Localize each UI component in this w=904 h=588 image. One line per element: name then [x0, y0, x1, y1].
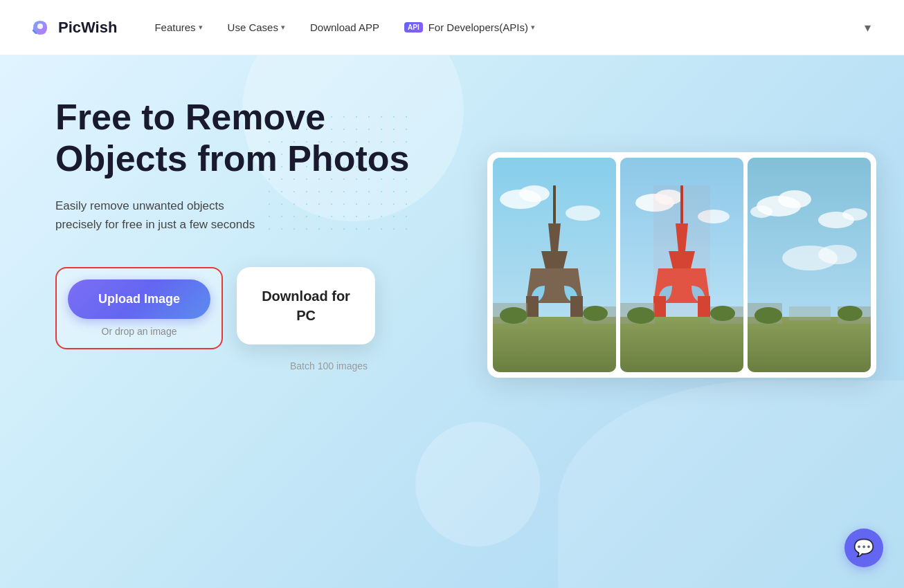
navbar: PicWish Features ▾ Use Cases ▾ Download …: [0, 0, 904, 55]
developers-chevron-icon: ▾: [531, 23, 535, 32]
hero-subtitle: Easily remove unwanted objectsprecisely …: [55, 196, 443, 234]
svg-rect-9: [570, 296, 583, 317]
use-cases-chevron-icon: ▾: [281, 23, 285, 32]
download-app-label: Download APP: [310, 21, 379, 33]
svg-rect-26: [620, 317, 743, 372]
tower-panel-1: [493, 158, 616, 372]
svg-marker-6: [541, 251, 568, 268]
svg-point-13: [500, 307, 527, 324]
api-badge: API: [404, 22, 423, 33]
hero-section: Free to Remove Objects from Photos Easil…: [0, 55, 904, 588]
download-card: Download forPC: [237, 267, 375, 344]
drop-text: Or drop an image: [102, 326, 177, 337]
svg-rect-10: [493, 317, 616, 372]
svg-rect-4: [553, 185, 556, 223]
hero-title: Free to Remove Objects from Photos: [55, 97, 443, 180]
deco-circle-2: [415, 422, 540, 546]
svg-point-33: [778, 190, 811, 208]
batch-text: Batch 100 images: [215, 360, 443, 371]
hero-right-images: [487, 152, 876, 378]
developers-label: For Developers(APIs): [428, 21, 528, 33]
nav-item-features[interactable]: Features ▾: [145, 16, 212, 39]
svg-rect-8: [526, 296, 539, 317]
upload-box: Upload Image Or drop an image: [55, 267, 223, 349]
features-label: Features: [154, 21, 195, 33]
features-chevron-icon: ▾: [199, 23, 203, 32]
svg-point-2: [519, 185, 550, 202]
svg-point-34: [750, 205, 772, 218]
svg-point-30: [710, 306, 735, 321]
cta-row: Upload Image Or drop an image Download f…: [55, 267, 443, 349]
tower-panel-2: [620, 158, 743, 372]
tower-panel-3: [748, 158, 871, 372]
nav-more-button[interactable]: ▾: [859, 15, 876, 41]
nav-item-use-cases[interactable]: Use Cases ▾: [218, 16, 295, 39]
svg-point-29: [627, 307, 655, 324]
svg-point-43: [838, 306, 862, 321]
image-panel-container: [487, 152, 876, 378]
svg-rect-39: [748, 317, 871, 372]
svg-point-42: [754, 307, 782, 324]
download-card-title: Download forPC: [262, 286, 350, 325]
chat-bubble-button[interactable]: 💬: [844, 529, 883, 567]
upload-image-button[interactable]: Upload Image: [68, 279, 210, 319]
svg-point-36: [842, 208, 867, 221]
nav-right: ▾: [859, 15, 876, 41]
use-cases-label: Use Cases: [228, 21, 278, 33]
svg-point-14: [583, 306, 608, 321]
logo[interactable]: PicWish: [28, 15, 117, 40]
nav-item-download-app[interactable]: Download APP: [300, 16, 389, 39]
chat-icon: 💬: [853, 538, 874, 558]
svg-point-3: [566, 205, 600, 221]
svg-point-38: [818, 245, 857, 264]
nav-items: Features ▾ Use Cases ▾ Download APP API …: [145, 16, 859, 39]
hero-left: Free to Remove Objects from Photos Easil…: [55, 97, 443, 371]
svg-rect-25: [653, 185, 710, 317]
svg-rect-44: [789, 306, 831, 320]
nav-item-developers[interactable]: API For Developers(APIs) ▾: [395, 16, 545, 39]
logo-text: PicWish: [58, 19, 117, 37]
logo-icon: [28, 15, 53, 40]
